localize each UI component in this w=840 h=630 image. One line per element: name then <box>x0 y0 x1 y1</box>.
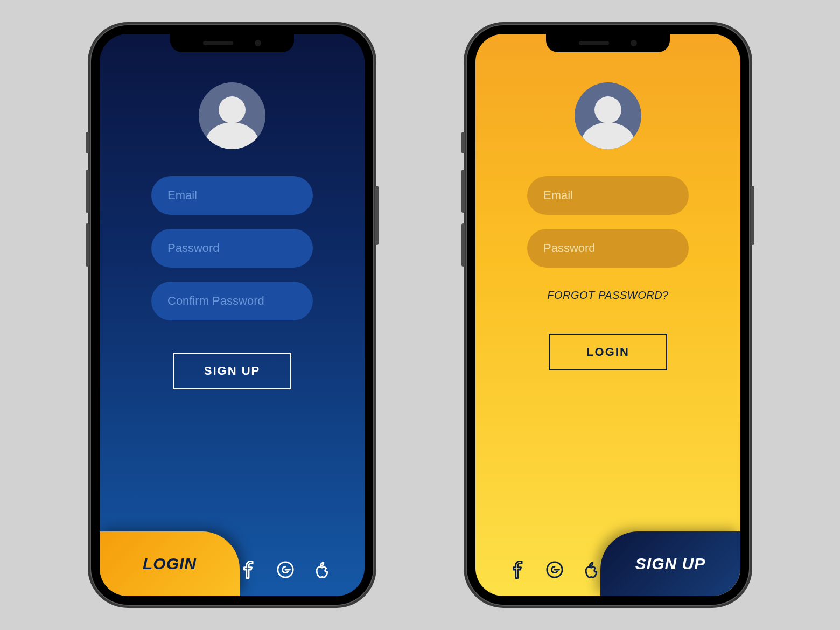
phone-side-button <box>86 132 89 153</box>
password-field[interactable] <box>151 229 313 268</box>
phone-side-button <box>461 132 465 153</box>
apple-icon[interactable] <box>581 559 601 580</box>
login-button[interactable]: LOGIN <box>549 334 667 370</box>
avatar-icon <box>575 82 641 149</box>
phone-side-button <box>86 170 89 213</box>
phone-side-button <box>86 223 89 267</box>
facebook-icon[interactable] <box>508 559 528 580</box>
password-field[interactable] <box>527 229 689 268</box>
google-icon[interactable] <box>275 559 296 580</box>
google-icon[interactable] <box>544 559 565 580</box>
phone-mockup-login: FORGOT PASSWORD? LOGIN SIGN UP <box>466 24 750 606</box>
forgot-password-link[interactable]: FORGOT PASSWORD? <box>475 289 740 302</box>
login-screen: FORGOT PASSWORD? LOGIN SIGN UP <box>475 34 740 596</box>
signup-button[interactable]: SIGN UP <box>173 353 291 389</box>
apple-icon[interactable] <box>312 559 332 580</box>
phone-notch <box>170 34 294 52</box>
social-login-row <box>508 559 601 580</box>
phone-side-button <box>461 223 465 267</box>
phone-mockup-signup: SIGN UP LOGIN <box>90 24 374 606</box>
confirm-password-field[interactable] <box>151 282 313 320</box>
login-form <box>475 176 740 268</box>
avatar-icon <box>199 82 265 149</box>
email-field[interactable] <box>527 176 689 215</box>
phone-notch <box>546 34 670 52</box>
phone-side-button <box>461 170 465 213</box>
social-login-row <box>239 559 332 580</box>
facebook-icon[interactable] <box>239 559 259 580</box>
email-field[interactable] <box>151 176 313 215</box>
signup-form <box>100 176 365 320</box>
phone-side-button <box>375 186 379 245</box>
switch-to-signup-tab[interactable]: SIGN UP <box>600 531 740 596</box>
signup-screen: SIGN UP LOGIN <box>100 34 365 596</box>
switch-to-login-tab[interactable]: LOGIN <box>100 531 240 596</box>
phone-side-button <box>751 186 754 245</box>
